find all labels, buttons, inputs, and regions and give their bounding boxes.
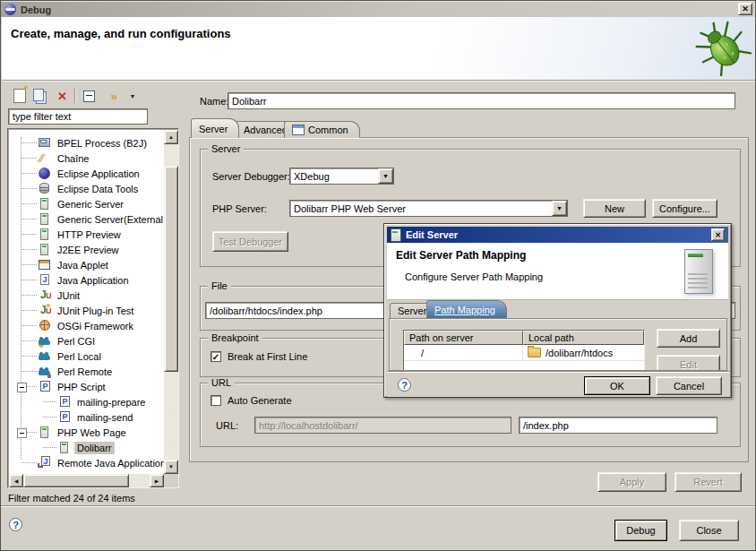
duplicate-icon [33,89,44,101]
mapping-table-body: //dolibarr/htdocs [404,345,644,361]
filter-status-text: Filter matched 24 of 24 items [8,493,135,504]
server-icon [57,441,73,454]
vertical-scroll-thumb[interactable] [164,166,178,372]
tree-item-eclipse-data-tools[interactable]: Eclipse Data Tools [9,181,164,196]
dialog-close-button[interactable]: ✕ [711,228,725,241]
server-icon [38,243,53,256]
database-icon [38,182,53,195]
tree-item-perl-cgi[interactable]: Perl CGI [9,333,164,349]
new-configuration-button[interactable] [9,87,30,105]
php-file-icon [57,410,73,424]
scrollbar-corner [164,474,178,487]
column-path-on-server[interactable]: Path on server [404,331,523,345]
horizontal-scroll-thumb[interactable] [23,474,129,487]
dialog-help-button[interactable]: ? [398,378,411,392]
apply-button: Apply [597,472,666,492]
tree-item-j2ee-preview[interactable]: J2EE Preview [9,242,164,257]
path-mapping-table: Path on server Local path //dolibarr/htd… [403,330,645,371]
scroll-left-button[interactable]: ◀ [9,474,23,487]
window-title: Debug [21,4,51,15]
column-local-path[interactable]: Local path [523,331,644,345]
dialog-button-bar: ? OK Cancel [387,371,730,397]
window-titlebar: Debug [1,1,755,17]
edit-mapping-button: Edit [657,355,720,371]
collapse-expander-icon[interactable] [17,428,27,438]
cancel-button[interactable]: Cancel [656,376,722,395]
tree-vertical-scrollbar[interactable]: ▲ ▼ [164,130,178,474]
delete-configuration-button[interactable]: ✕ [52,87,73,105]
common-tab-icon [292,125,305,135]
tree-item-generic-server-external-la[interactable]: Generic Server(External La [9,211,164,227]
php-file-icon [57,395,73,409]
type-filter-input[interactable]: type filter text [8,108,148,125]
dialog-tab-path-mapping[interactable]: Path Mapping [426,300,507,318]
perl-remote-icon [38,365,53,378]
new-config-icon [13,89,26,103]
help-button[interactable]: ? [9,518,22,531]
window-close-button[interactable]: ✕ [738,3,752,15]
java-icon [38,273,53,287]
tree-item-remote-java-application[interactable]: Remote Java Application [9,455,164,470]
tree-item-php-script[interactable]: PHP Script [9,379,164,394]
dialog-title: Edit Server [406,229,458,240]
server-tower-image [684,249,713,294]
tree-item-http-preview[interactable]: HTTP Preview [9,227,164,242]
configurations-tree-panel: BPEL Process (B2J)ChaîneEclipse Applicat… [7,128,179,488]
toolbar-separator [74,89,75,103]
ok-button[interactable]: OK [584,376,650,395]
perl-cgi-icon [38,334,53,348]
collapse-all-icon [83,90,95,102]
tree-item-php-web-page[interactable]: PHP Web Page [9,425,164,440]
scroll-down-button[interactable]: ▼ [164,460,178,474]
eclipse-icon [38,167,53,180]
add-mapping-button[interactable]: Add [657,329,720,348]
applet-icon [38,258,53,271]
tab-server[interactable]: Server [191,118,239,138]
tree-item-mailing-prepare[interactable]: mailing-prepare [9,394,164,409]
debug-button[interactable]: Debug [614,520,667,541]
scroll-up-button[interactable]: ▲ [164,130,178,144]
tab-common[interactable]: Common [284,121,360,138]
duplicate-configuration-button[interactable] [30,87,51,105]
scroll-right-button[interactable]: ▶ [150,474,164,487]
junit-icon [38,288,53,302]
keys-icon [38,151,53,165]
filter-menu-dropdown[interactable]: ▼ [127,87,138,105]
filter-configurations-button[interactable]: » [100,87,127,105]
server-icon [38,197,53,211]
folder-icon [528,348,541,357]
bug-image [695,17,752,76]
delete-icon: ✕ [57,90,67,102]
tree-item-cha-ne[interactable]: Chaîne [9,151,164,166]
collapse-all-button[interactable] [79,87,99,105]
remote-java-icon [38,456,53,469]
tree-horizontal-scrollbar[interactable]: ◀ ▶ [9,474,164,487]
php-icon [38,380,53,393]
collapse-expander-icon[interactable] [17,383,27,392]
tree-item-perl-local[interactable]: Perl Local [9,349,164,364]
edit-server-dialog: Edit Server ✕ Edit Server Path Mapping C… [383,223,732,398]
tree-item-dolibarr[interactable]: Dolibarr [9,440,164,455]
tree-item-java-applet[interactable]: Java Applet [9,257,164,272]
tree-item-mailing-send[interactable]: mailing-send [9,409,164,425]
tree-item-eclipse-application[interactable]: Eclipse Application [9,166,164,181]
dialog-subheading: Configure Server Path Mapping [405,271,543,282]
header-banner: Create, manage, and run configurations [2,17,756,81]
osgi-icon [38,319,53,332]
name-input[interactable]: Dolibarr [228,92,735,109]
tree-item-bpel-process-b2j[interactable]: BPEL Process (B2J) [9,135,164,151]
close-button[interactable]: Close [679,520,739,541]
tree-item-osgi-framework[interactable]: OSGi Framework [9,318,164,333]
page-title: Create, manage, and run configurations [11,27,231,40]
tree-item-generic-server[interactable]: Generic Server [9,196,164,211]
mapping-row[interactable]: //dolibarr/htdocs [404,345,644,361]
chevron-down-icon: ▼ [130,93,136,99]
tree-item-perl-remote[interactable]: Perl Remote [9,364,164,379]
tree-item-java-application[interactable]: Java Application [9,272,164,288]
server-icon [38,426,53,439]
tree-item-junit-plug-in-test[interactable]: JUnit Plug-in Test [9,303,164,318]
footer-separator [1,505,756,507]
tree-item-junit[interactable]: JUnit [9,288,164,303]
server-icon [38,212,53,226]
filter-icon: » [110,90,116,103]
